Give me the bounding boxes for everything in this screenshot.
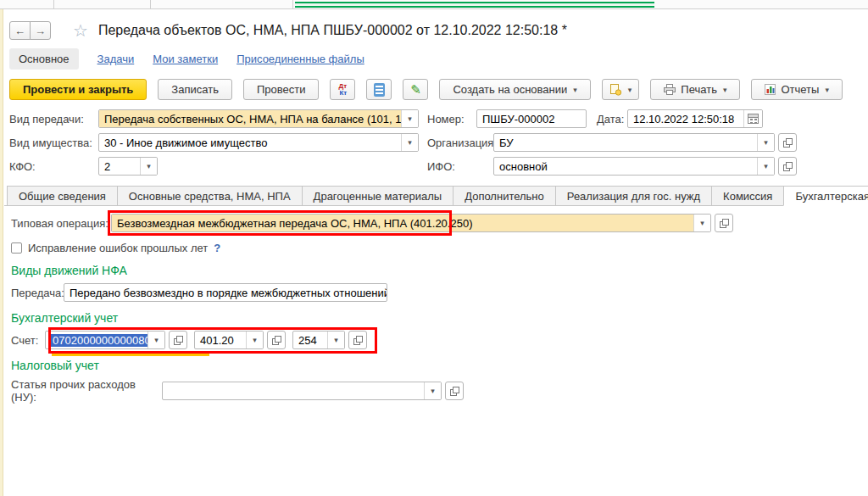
vid-peredachi-field[interactable]: Передача собственных ОС, НМА, НПА на бал… bbox=[98, 109, 419, 128]
schet-label: Счет: bbox=[11, 334, 45, 347]
tab-divider bbox=[292, 0, 293, 8]
tipovaya-open-button[interactable] bbox=[715, 214, 733, 232]
nav-item-prisoedinennye-fayly[interactable]: Присоединенные файлы bbox=[236, 53, 364, 65]
calendar-icon bbox=[748, 114, 759, 124]
annotation-orange-underline bbox=[52, 353, 209, 356]
schet-kps-value: 07020000000000807 bbox=[46, 334, 147, 347]
tab-dopolnitelno[interactable]: Дополнительно bbox=[453, 186, 556, 206]
statya-open-button[interactable] bbox=[445, 382, 464, 400]
tab-dragotsennye-materialy[interactable]: Драгоценные материалы bbox=[302, 186, 454, 206]
tab-realizatsiya[interactable]: Реализация для гос. нужд bbox=[555, 186, 712, 206]
section-vidy-dvizheniy-nfa: Виды движений НФА bbox=[11, 264, 868, 277]
report-chart-icon bbox=[765, 84, 776, 95]
open-form-icon bbox=[783, 138, 793, 148]
org-field[interactable]: БУ ▾ bbox=[493, 133, 775, 152]
vid-imush-field[interactable]: 30 - Иное движимое имущество ▾ bbox=[98, 133, 419, 152]
nomer-field[interactable]: ПШБУ-000002 bbox=[476, 109, 587, 128]
write-button[interactable]: Записать bbox=[158, 79, 232, 100]
nomer-label: Номер: bbox=[427, 113, 476, 125]
dropdown-icon[interactable]: ▾ bbox=[757, 158, 774, 175]
row-kfo-ifo: КФО: 2 ▾ ИФО: основной ▾ bbox=[9, 154, 868, 178]
reports-label: Отчеты bbox=[781, 83, 819, 96]
data-field[interactable]: 12.10.2022 12:50:18 bbox=[627, 109, 763, 128]
nav-item-osnovnoe[interactable]: Основное bbox=[9, 48, 79, 70]
document-clock-button[interactable]: ▾ bbox=[602, 79, 640, 100]
open-form-icon bbox=[720, 219, 729, 228]
chevron-down-icon: ▾ bbox=[825, 86, 829, 94]
schet-kps-field[interactable]: 07020000000000807 ▾ bbox=[45, 331, 165, 349]
help-icon[interactable]: ? bbox=[214, 242, 220, 254]
row-tipovaya-operatsiya: Типовая операция: Безвозмездная межбюдже… bbox=[11, 214, 868, 232]
row-schet: Счет: 07020000000000807 ▾ 401.20 ▾ 254 ▾ bbox=[11, 331, 868, 349]
dropdown-icon[interactable]: ▾ bbox=[424, 382, 441, 399]
ifo-open-button[interactable] bbox=[778, 157, 797, 176]
data-label: Дата: bbox=[597, 113, 627, 125]
tab-komissiya[interactable]: Комиссия bbox=[711, 186, 784, 206]
register-records-button[interactable] bbox=[366, 79, 392, 100]
schet-kps-open-button[interactable] bbox=[169, 331, 187, 349]
kfo-label: КФО: bbox=[9, 160, 98, 173]
schet-kek-field[interactable]: 254 ▾ bbox=[292, 331, 345, 349]
vid-peredachi-value: Передача собственных ОС, НМА, НПА на бал… bbox=[99, 110, 401, 127]
tipovaya-field[interactable]: Безвозмездная межбюджетная передача ОС, … bbox=[111, 214, 711, 232]
schet-account-open-button[interactable] bbox=[267, 331, 286, 349]
forward-button[interactable]: → bbox=[30, 21, 51, 40]
dropdown-icon[interactable]: ▾ bbox=[401, 134, 418, 151]
dropdown-icon[interactable]: ▾ bbox=[140, 158, 157, 175]
nav-item-moi-zametki[interactable]: Мои заметки bbox=[153, 53, 218, 65]
dropdown-icon[interactable]: ▾ bbox=[401, 110, 418, 127]
show-postings-button[interactable]: ДтКт bbox=[330, 79, 355, 100]
forward-arrow-icon: → bbox=[35, 25, 46, 37]
schet-account-field[interactable]: 401.20 ▾ bbox=[194, 331, 264, 349]
org-open-button[interactable] bbox=[778, 133, 797, 152]
tab-osnovnye-sredstva[interactable]: Основные средства, НМА, НПА bbox=[117, 186, 303, 206]
ifo-field[interactable]: основной ▾ bbox=[493, 157, 775, 176]
statya-field[interactable]: ▾ bbox=[162, 382, 442, 400]
print-button[interactable]: Печать ▾ bbox=[650, 79, 740, 100]
edit-scheduled-button[interactable]: ✎ bbox=[403, 79, 428, 100]
dropdown-icon[interactable]: ▾ bbox=[757, 134, 774, 151]
favorite-star-icon[interactable]: ☆ bbox=[73, 22, 88, 39]
fix-errors-checkbox[interactable] bbox=[11, 242, 22, 254]
document-clock-icon bbox=[609, 84, 622, 96]
dropdown-icon[interactable]: ▾ bbox=[693, 215, 710, 231]
dropdown-icon[interactable]: ▾ bbox=[147, 332, 164, 348]
schet-kek-open-button[interactable] bbox=[348, 331, 367, 349]
vid-imush-value: 30 - Иное движимое имущество bbox=[99, 137, 401, 149]
tipovaya-label: Типовая операция: bbox=[11, 217, 111, 230]
back-button[interactable]: ← bbox=[9, 21, 31, 40]
open-form-icon bbox=[450, 387, 459, 396]
toolbar: Провести и закрыть Записать Провести ДтК… bbox=[9, 79, 868, 100]
dropdown-icon[interactable]: ▾ bbox=[246, 332, 263, 348]
peredacha-label: Передача: bbox=[11, 287, 64, 299]
nav-item-zadachi[interactable]: Задачи bbox=[97, 53, 135, 65]
ifo-value: основной bbox=[494, 160, 757, 173]
create-based-on-button[interactable]: Создать на основании ▾ bbox=[439, 79, 590, 100]
nomer-value: ПШБУ-000002 bbox=[477, 113, 586, 125]
row-vid-imushchestva: Вид имущества: 30 - Иное движимое имущес… bbox=[9, 131, 868, 154]
document-window: ← → ☆ Передача объектов ОС, НМА, НПА ПШБ… bbox=[0, 0, 868, 496]
tab-panel-bukhgalterskaya-operatsiya: Типовая операция: Безвозмездная межбюдже… bbox=[4, 205, 868, 485]
dropdown-icon[interactable]: ▾ bbox=[327, 332, 344, 348]
row-peredacha: Передача: Передано безвозмездно в порядк… bbox=[11, 283, 868, 302]
back-arrow-icon: ← bbox=[14, 25, 25, 37]
open-form-icon bbox=[353, 336, 363, 345]
tab-bukhgalterskaya-operatsiya[interactable]: Бухгалтерская операция bbox=[783, 186, 868, 206]
chevron-down-icon: ▾ bbox=[723, 86, 727, 94]
fix-errors-label: Исправление ошибок прошлых лет bbox=[28, 242, 208, 254]
peredacha-field[interactable]: Передано безвозмездно в порядке межбюдже… bbox=[64, 283, 387, 302]
reports-button[interactable]: Отчеты ▾ bbox=[751, 79, 842, 100]
post-and-close-button[interactable]: Провести и закрыть bbox=[9, 79, 147, 100]
tab-divider bbox=[150, 0, 151, 8]
org-label: Организация: bbox=[427, 137, 493, 149]
active-tab-indicator bbox=[295, 2, 654, 8]
post-button[interactable]: Провести bbox=[243, 79, 320, 100]
page-title: Передача объектов ОС, НМА, НПА ПШБУ-0000… bbox=[98, 23, 567, 38]
tab-obshchie-svedeniya[interactable]: Общие сведения bbox=[7, 186, 118, 206]
kfo-field[interactable]: 2 ▾ bbox=[98, 157, 158, 176]
open-form-icon bbox=[174, 336, 183, 345]
pencil-icon: ✎ bbox=[410, 83, 421, 96]
left-edge-strip bbox=[0, 9, 3, 496]
calendar-button[interactable] bbox=[743, 110, 762, 127]
kfo-value: 2 bbox=[99, 160, 140, 173]
